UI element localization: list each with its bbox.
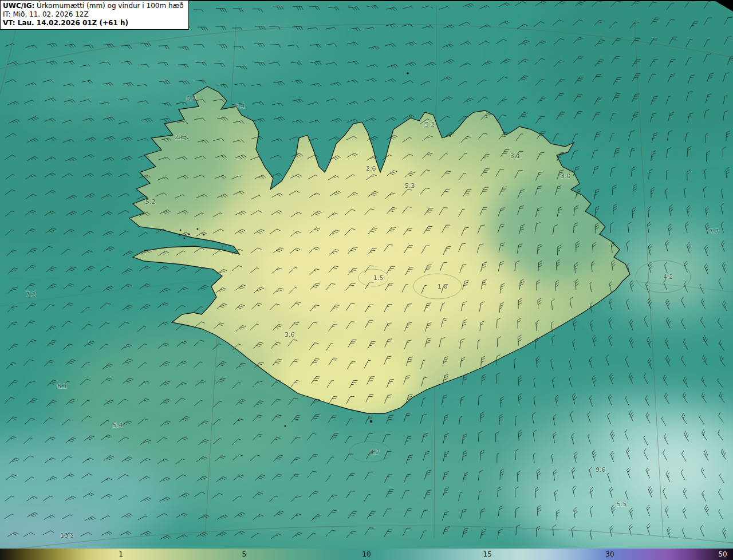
valid-time-line: VT: Lau. 14.02.2026 01Z (+61 h) xyxy=(3,19,184,27)
precip-value-label: 5.2 xyxy=(425,121,435,128)
precip-value-label: 6.4 xyxy=(235,102,245,110)
precip-value-label: 3.1 xyxy=(510,152,521,160)
precip-value-label: 1.5 xyxy=(373,274,384,282)
header-title-line: UWC/IG: Úrkomumætti (mm) og vindur i 100… xyxy=(3,2,184,10)
precip-value-label: 5.5 xyxy=(617,500,627,508)
precip-value-label: 5.2 xyxy=(145,198,156,206)
precip-value-label: 1.0 xyxy=(438,283,448,290)
model-label: UWC/IG: xyxy=(3,2,34,10)
precip-value-label: 9.6 xyxy=(596,466,606,474)
precip-value-label: 7.2 xyxy=(26,291,36,298)
precip-value-label: 7.7 xyxy=(709,228,719,235)
weather-map-page: 6.46.45.22.63.12.63.05.35.27.74.21.51.07… xyxy=(0,0,733,560)
colorbar-tick: 10 xyxy=(362,549,371,560)
init-time-line: IT: Mið. 11. 02. 2026 12Z xyxy=(3,10,184,19)
precip-value-label: 3.0 xyxy=(561,172,571,180)
colorbar-tick: 1 xyxy=(119,549,123,560)
precip-value-label: 2.6 xyxy=(366,165,376,172)
colorbar-tick: 5 xyxy=(242,549,246,560)
precip-value-label: 5.4 xyxy=(113,421,123,429)
colorbar-tick: 50 xyxy=(718,549,727,560)
precip-value-label: 8.1 xyxy=(57,382,68,390)
colorbar-tick: 15 xyxy=(483,549,492,560)
precip-value-label: 4.7 xyxy=(370,448,380,456)
parameter-label: Úrkomumætti (mm) og vindur i 100m hæð xyxy=(34,2,183,10)
precip-value-label: 3.6 xyxy=(285,331,295,338)
precip-value-label: 10.2 xyxy=(60,532,74,539)
precip-value-label: 4.2 xyxy=(663,273,673,281)
precip-value-label: 5.3 xyxy=(405,182,415,190)
precip-value-label: 2.6 xyxy=(175,133,185,141)
forecast-header: UWC/IG: Úrkomumætti (mm) og vindur i 100… xyxy=(0,0,189,30)
colorbar: 1510153050 xyxy=(0,549,733,560)
weather-map-canvas: 6.46.45.22.63.12.63.05.35.27.74.21.51.07… xyxy=(0,0,733,549)
precip-value-label: 6.4 xyxy=(186,95,196,102)
colorbar-tick: 30 xyxy=(605,549,614,560)
